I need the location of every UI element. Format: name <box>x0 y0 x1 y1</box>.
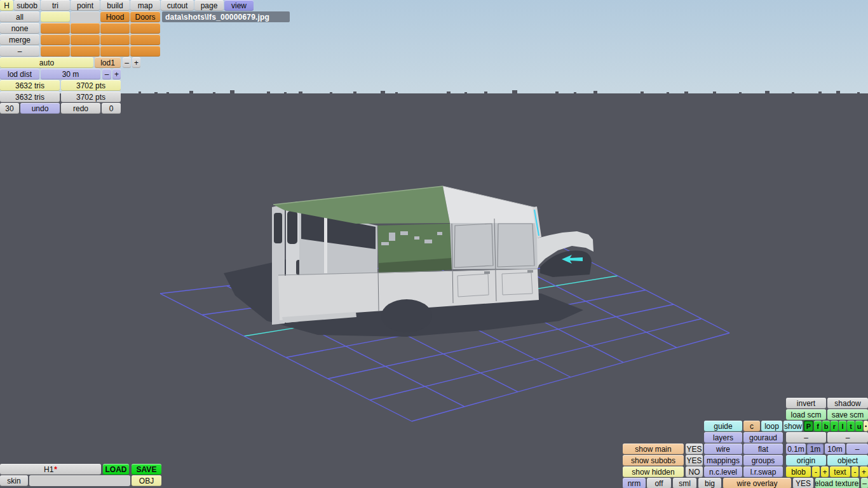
subob-grid-cell[interactable] <box>41 11 70 22</box>
redo-steps: 0 <box>102 103 121 114</box>
lod-dist-value[interactable]: 30 m <box>41 69 100 79</box>
load-scm-button[interactable]: load scm <box>786 409 826 420</box>
tab-build[interactable]: build <box>100 0 130 11</box>
shadow-button[interactable]: shadow <box>827 398 868 409</box>
proj-f-button[interactable]: f <box>814 421 822 431</box>
proj-b-button[interactable]: b <box>822 421 830 431</box>
lod-plus-button[interactable]: + <box>132 57 140 68</box>
c-button[interactable]: c <box>743 421 760 431</box>
subob-none-button[interactable]: none <box>0 23 39 34</box>
proj-t-button[interactable]: t <box>847 421 855 431</box>
text-plus-button[interactable]: + <box>860 466 868 477</box>
subob-grid-cell[interactable] <box>41 46 70 57</box>
redo-button[interactable]: redo <box>61 103 100 114</box>
grid-01m-button[interactable]: 0.1m <box>786 444 806 454</box>
gouraud-button[interactable]: gouraud <box>743 432 783 443</box>
mappings-button[interactable]: mappings <box>704 455 742 466</box>
show-main-toggle[interactable]: YES <box>686 444 703 454</box>
save-button[interactable]: SAVE <box>132 464 161 475</box>
subob-all-button[interactable]: all <box>0 11 39 22</box>
lod-level-button[interactable]: lod1 <box>95 57 121 68</box>
subob-grid-cell[interactable] <box>130 23 160 34</box>
grid-10m-button[interactable]: 10m <box>825 444 845 454</box>
proj-l-button[interactable]: l <box>839 421 846 431</box>
text-minus-button[interactable]: - <box>851 466 858 477</box>
subob-merge-button[interactable]: merge <box>0 34 39 45</box>
subob-grid-cell[interactable] <box>41 34 70 45</box>
nrm-off-button[interactable]: off <box>647 478 671 488</box>
tab-page[interactable]: page <box>194 0 224 11</box>
tab-subob[interactable]: subob <box>14 0 40 11</box>
save-scm-button[interactable]: save scm <box>827 409 868 420</box>
screenshot-path[interactable]: data\shots\lfs_00000679.jpg <box>162 11 290 22</box>
show-hidden-label[interactable]: show hidden <box>623 466 684 477</box>
layers-button[interactable]: layers <box>704 432 742 443</box>
wire-overlay-label[interactable]: wire overlay <box>723 478 791 488</box>
subob-grid-cell[interactable] <box>100 46 130 57</box>
show-subobs-toggle[interactable]: YES <box>686 455 703 466</box>
file-panel: H1* LOAD SAVE skin OBJ <box>0 464 165 488</box>
dash-button[interactable]: – <box>827 432 868 443</box>
tab-view-active[interactable]: view <box>224 0 254 11</box>
skin-name-field[interactable] <box>29 475 130 486</box>
undo-button[interactable]: undo <box>20 103 60 114</box>
tab-cutout[interactable]: cutout <box>161 0 194 11</box>
subob-grid-cell[interactable] <box>41 23 70 34</box>
nrm-button[interactable]: nrm <box>623 478 646 488</box>
show-subobs-label[interactable]: show subobs <box>623 455 684 466</box>
lod-minus-button[interactable]: – <box>123 57 131 68</box>
subob-grid-cell[interactable] <box>71 34 100 45</box>
subob-grid-cell[interactable] <box>130 34 160 45</box>
blob-minus-button[interactable]: - <box>812 466 820 477</box>
reload-textures-button[interactable]: reload textures <box>815 478 859 488</box>
origin-button[interactable]: origin <box>786 455 826 466</box>
subob-cell-doors[interactable]: Doors <box>130 11 160 22</box>
proj-u-button[interactable]: u <box>855 421 863 431</box>
proj-r-button[interactable]: r <box>831 421 838 431</box>
lod-auto-button[interactable]: auto <box>0 57 93 68</box>
tab-tri[interactable]: tri <box>41 0 70 11</box>
object-button[interactable]: object <box>827 455 868 466</box>
subob-cell-hood[interactable]: Hood <box>100 11 130 22</box>
grid-dash-button[interactable]: – <box>846 444 868 454</box>
lod-dist-plus-button[interactable]: + <box>112 69 121 79</box>
tab-point[interactable]: point <box>71 0 100 11</box>
grid-1m-button-selected[interactable]: 1m <box>807 444 824 454</box>
obj-button[interactable]: OBJ <box>132 475 161 486</box>
tab-h[interactable]: H <box>0 0 13 11</box>
proj-p-button[interactable]: P <box>804 421 813 431</box>
blob-plus-button[interactable]: + <box>821 466 829 477</box>
guide-button[interactable]: guide <box>704 421 742 431</box>
lrswap-button[interactable]: l.r.swap <box>743 466 783 477</box>
skin-button[interactable]: skin <box>0 475 28 486</box>
nrm-sml-button[interactable]: sml <box>673 478 696 488</box>
subob-grid-cell[interactable] <box>71 46 100 57</box>
subob-grid-cell[interactable] <box>71 11 100 22</box>
show-button[interactable]: show <box>783 421 803 431</box>
load-button[interactable]: LOAD <box>103 464 129 475</box>
nrm-big-button[interactable]: big <box>698 478 721 488</box>
subob-grid-cell[interactable] <box>71 23 100 34</box>
show-hidden-toggle[interactable]: NO <box>686 466 703 477</box>
invert-button[interactable]: invert <box>786 398 826 409</box>
lod-dist-minus-button[interactable]: – <box>102 69 111 79</box>
vehicle-name-button[interactable]: H1* <box>0 464 101 475</box>
reload-dash-button[interactable]: – <box>861 478 868 488</box>
subob-grid-cell[interactable] <box>100 23 130 34</box>
flat-button[interactable]: flat <box>743 444 783 454</box>
wire-button[interactable]: wire <box>704 444 742 454</box>
proj-dot-button[interactable]: • <box>864 421 868 431</box>
loop-button[interactable]: loop <box>761 421 782 431</box>
dash-button[interactable]: – <box>786 432 826 443</box>
subob-grid-cell[interactable] <box>130 46 160 57</box>
text-button[interactable]: text <box>830 466 850 477</box>
subob-grid-cell[interactable] <box>100 34 130 45</box>
nclevel-button[interactable]: n.c.level <box>704 466 742 477</box>
wire-overlay-toggle[interactable]: YES <box>793 478 813 488</box>
tab-map[interactable]: map <box>130 0 160 11</box>
show-main-label[interactable]: show main <box>623 444 684 454</box>
groups-button[interactable]: groups <box>743 455 783 466</box>
undo-steps: 30 <box>0 103 19 114</box>
subob-dash-button[interactable]: – <box>0 46 39 57</box>
blob-button[interactable]: blob <box>786 466 811 477</box>
